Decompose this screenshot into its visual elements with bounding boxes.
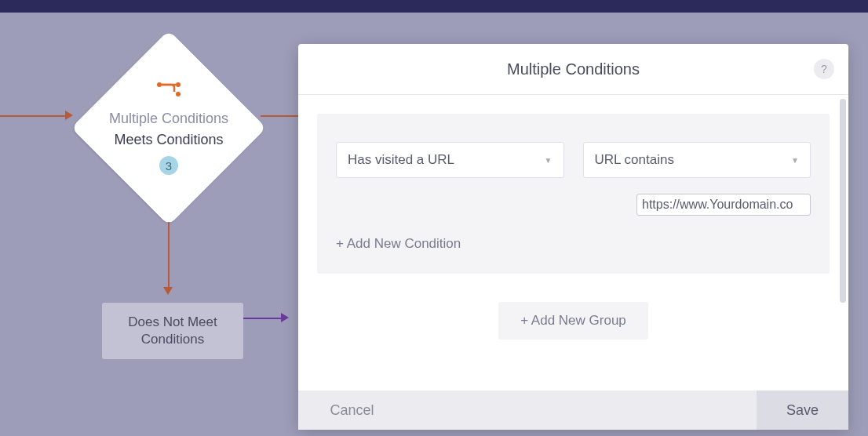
add-group-row: + Add New Group bbox=[317, 274, 830, 347]
footer-spacer bbox=[406, 391, 757, 430]
help-button[interactable]: ? bbox=[814, 59, 834, 79]
branch-icon bbox=[155, 81, 182, 101]
url-input[interactable] bbox=[636, 194, 811, 216]
spacer bbox=[336, 194, 618, 216]
flow-node-diamond[interactable]: Multiple Conditions Meets Conditions 3 bbox=[71, 30, 267, 226]
modal-body: Has visited a URL ▼ URL contains ▼ + Add… bbox=[298, 95, 848, 391]
select-value: Has visited a URL bbox=[348, 152, 454, 168]
svg-point-2 bbox=[176, 92, 181, 96]
modal-footer: Cancel Save bbox=[298, 391, 848, 430]
node-label: Does Not Meet Conditions bbox=[108, 314, 237, 348]
add-group-button[interactable]: + Add New Group bbox=[498, 302, 648, 340]
select-value: URL contains bbox=[595, 152, 674, 168]
chevron-down-icon: ▼ bbox=[545, 156, 553, 165]
condition-row: Has visited a URL ▼ URL contains ▼ bbox=[336, 142, 811, 178]
app-topbar bbox=[0, 0, 868, 13]
node-title: Multiple Conditions bbox=[109, 111, 228, 127]
node-subtitle: Meets Conditions bbox=[114, 132, 223, 148]
chevron-down-icon: ▼ bbox=[791, 156, 799, 165]
scrollbar[interactable] bbox=[840, 99, 846, 303]
flow-edge bbox=[0, 115, 67, 117]
operator-select[interactable]: URL contains ▼ bbox=[583, 142, 811, 178]
svg-point-0 bbox=[157, 82, 162, 87]
cancel-button[interactable]: Cancel bbox=[298, 391, 406, 430]
svg-point-1 bbox=[176, 82, 181, 87]
modal-header: Multiple Conditions ? bbox=[298, 44, 848, 95]
conditions-modal: Multiple Conditions ? Has visited a URL … bbox=[298, 44, 848, 430]
condition-group: Has visited a URL ▼ URL contains ▼ + Add… bbox=[317, 114, 830, 274]
count-badge: 3 bbox=[159, 156, 178, 175]
arrow-icon bbox=[163, 287, 173, 295]
modal-title: Multiple Conditions bbox=[507, 60, 640, 78]
arrow-icon bbox=[281, 313, 289, 322]
save-button[interactable]: Save bbox=[757, 391, 848, 430]
flow-edge bbox=[243, 318, 284, 319]
value-row bbox=[336, 194, 811, 216]
diamond-content: Multiple Conditions Meets Conditions 3 bbox=[71, 30, 267, 226]
flow-node-rect[interactable]: Does Not Meet Conditions bbox=[102, 303, 243, 359]
field-select[interactable]: Has visited a URL ▼ bbox=[336, 142, 564, 178]
flow-canvas: Multiple Conditions Meets Conditions 3 D… bbox=[0, 13, 868, 436]
add-condition-button[interactable]: + Add New Condition bbox=[336, 236, 811, 252]
